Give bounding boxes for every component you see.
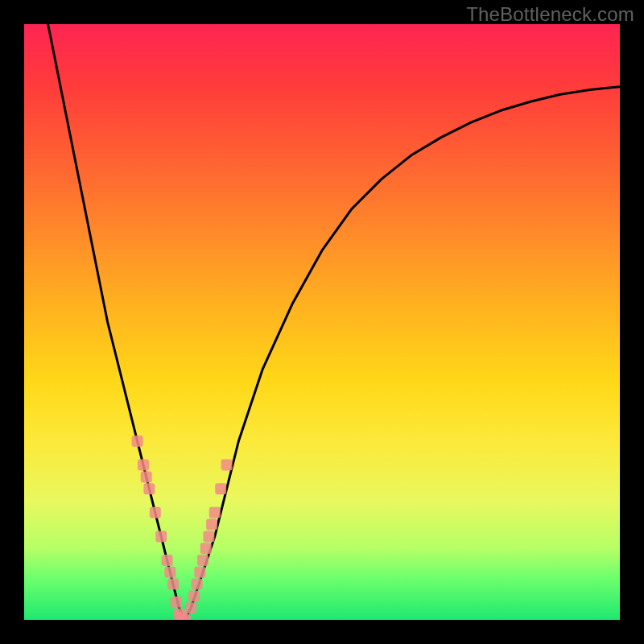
watermark-text: TheBottleneck.com: [466, 3, 634, 26]
marker-point: [138, 460, 149, 471]
marker-point: [194, 567, 205, 578]
marker-point: [200, 543, 212, 554]
marker-point: [180, 614, 191, 620]
marker-point: [221, 460, 233, 471]
marker-point: [209, 507, 221, 518]
marker-point: [188, 590, 200, 601]
marker-point: [150, 507, 161, 518]
marker-point: [215, 483, 226, 494]
marker-point: [171, 597, 182, 608]
marker-point: [197, 555, 208, 566]
marker-group: [132, 436, 233, 620]
marker-point: [155, 530, 167, 542]
plot-svg: [24, 24, 620, 620]
bottleneck-curve: [48, 24, 620, 620]
marker-point: [143, 483, 155, 494]
marker-point: [192, 579, 203, 590]
plot-area: [24, 24, 620, 620]
chart-container: TheBottleneck.com: [0, 0, 644, 644]
marker-point: [162, 555, 173, 566]
marker-point: [206, 519, 217, 530]
marker-point: [167, 579, 179, 590]
marker-point: [164, 567, 175, 578]
marker-point: [141, 471, 152, 482]
marker-point: [203, 530, 214, 542]
marker-point: [132, 436, 143, 447]
marker-point: [185, 602, 196, 613]
